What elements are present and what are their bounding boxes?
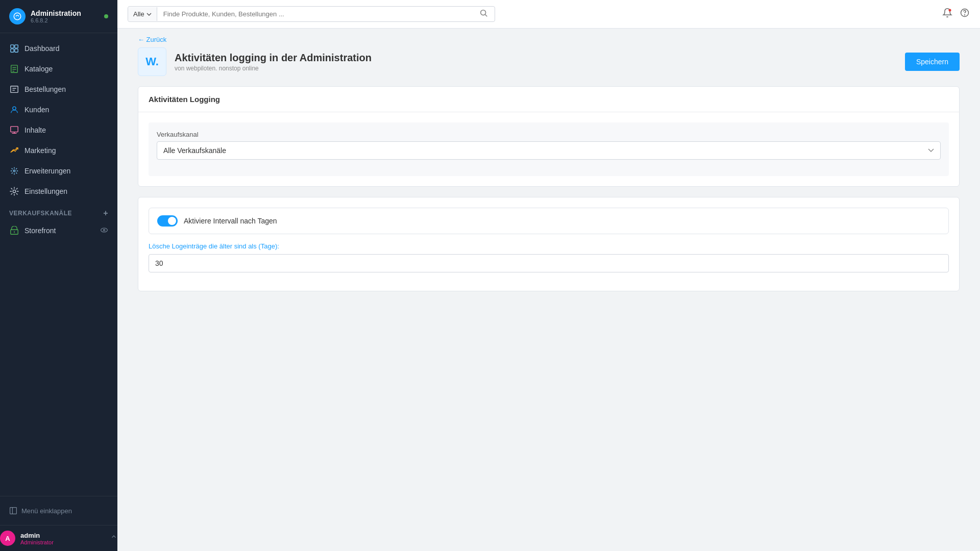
interval-toggle[interactable]: [157, 215, 178, 227]
verkaufskanal-group: Verkaufskanal Alle Verkaufskanäle: [157, 131, 941, 160]
svg-marker-16: [11, 148, 18, 153]
collapse-label: Menü einklappen: [21, 507, 72, 515]
notifications-button[interactable]: [942, 8, 952, 20]
add-verkaufskanal-button[interactable]: +: [103, 209, 108, 218]
delete-label: Lösche Logeinträge die älter sind als (T…: [149, 242, 949, 250]
svg-point-31: [965, 15, 965, 15]
svg-rect-1: [11, 45, 14, 48]
svg-point-12: [13, 107, 16, 110]
avatar: A: [0, 531, 15, 546]
breadcrumb[interactable]: ← Zurück: [117, 29, 980, 47]
search-dropdown-chevron-icon: [146, 13, 152, 16]
svg-point-23: [101, 228, 108, 232]
verkaufskanaele-label: Verkaufskanäle: [9, 210, 72, 217]
interval-card: Aktiviere Intervall nach Tagen Lösche Lo…: [138, 197, 960, 291]
verkaufskanal-select[interactable]: Alle Verkaufskanäle: [157, 141, 941, 160]
verkaufskanaele-section-header: Verkaufskanäle +: [0, 202, 117, 221]
marketing-icon: [9, 145, 19, 156]
interval-card-body: Aktiviere Intervall nach Tagen Lösche Lo…: [138, 197, 959, 291]
plugin-info: W. Aktivitäten logging in der Administra…: [138, 47, 372, 76]
svg-point-24: [103, 229, 105, 231]
sidebar-item-marketing[interactable]: Marketing: [0, 140, 117, 161]
settings-icon: [9, 186, 19, 196]
collapse-menu-button[interactable]: Menü einklappen: [9, 504, 108, 518]
topbar-actions: [942, 8, 970, 20]
verkaufskanal-label: Verkaufskanal: [157, 131, 941, 138]
save-button[interactable]: Speichern: [905, 53, 960, 71]
extensions-icon: [9, 166, 19, 176]
sidebar-item-label: Kataloge: [24, 65, 53, 73]
storefront-label: Storefront: [24, 227, 56, 235]
search-category-select[interactable]: Alle: [128, 7, 157, 21]
app-name: Administration: [31, 9, 81, 17]
svg-rect-3: [11, 49, 14, 52]
toggle-row: Aktiviere Intervall nach Tagen: [149, 208, 949, 234]
sidebar-item-dashboard[interactable]: Dashboard: [0, 38, 117, 59]
storefront-icon: [9, 226, 19, 236]
svg-point-27: [481, 10, 486, 15]
user-profile[interactable]: A admin Administrator: [0, 525, 127, 551]
content-area: ← Zurück W. Aktivitäten logging in der A…: [117, 29, 980, 551]
sidebar-footer: Menü einklappen: [0, 496, 117, 525]
sidebar-item-erweiterungen[interactable]: Erweiterungen: [0, 161, 117, 181]
sidebar-item-label: Inhalte: [24, 126, 46, 134]
sidebar-item-einstellungen[interactable]: Einstellungen: [0, 181, 117, 202]
page-header: W. Aktivitäten logging in der Administra…: [117, 47, 980, 86]
catalog-icon: [9, 64, 19, 74]
svg-rect-2: [15, 45, 18, 48]
plugin-author: von webpiloten. nonstop online: [175, 65, 372, 72]
plugin-logo: W.: [138, 47, 166, 76]
svg-rect-9: [11, 86, 18, 93]
days-input[interactable]: [149, 254, 949, 272]
sidebar-item-bestellungen[interactable]: Bestellungen: [0, 79, 117, 99]
sidebar-item-kataloge[interactable]: Kataloge: [0, 59, 117, 79]
online-indicator: [104, 14, 108, 18]
plugin-text: Aktivitäten logging in der Administratio…: [175, 52, 372, 72]
svg-point-19: [13, 170, 15, 172]
search-input[interactable]: [157, 7, 473, 21]
sidebar-item-storefront[interactable]: Storefront: [0, 221, 117, 240]
sidebar-item-label: Einstellungen: [24, 187, 67, 195]
storefront-item-left: Storefront: [9, 226, 56, 236]
storefront-visibility-icon[interactable]: [100, 226, 108, 236]
main-content: Alle ← Zurück W.: [117, 0, 980, 551]
back-link[interactable]: ← Zurück: [138, 36, 166, 43]
plugin-title: Aktivitäten logging in der Administratio…: [175, 52, 372, 64]
sidebar-item-label: Kunden: [24, 106, 49, 114]
search-wrapper: Alle: [128, 6, 495, 22]
app-version: 6.6.8.2: [31, 17, 81, 23]
card-title: Aktivitäten Logging: [149, 95, 949, 104]
svg-point-29: [949, 9, 951, 12]
card-body: Verkaufskanal Alle Verkaufskanäle: [138, 112, 959, 186]
search-button[interactable]: [473, 9, 495, 20]
topbar: Alle: [117, 0, 980, 29]
sidebar-item-kunden[interactable]: Kunden: [0, 99, 117, 120]
user-name: admin: [20, 532, 105, 539]
app-logo: [9, 8, 26, 24]
app-info: Administration 6.6.8.2: [31, 9, 81, 23]
toggle-label: Aktiviere Intervall nach Tagen: [184, 217, 277, 225]
sidebar-item-label: Dashboard: [24, 44, 60, 53]
sidebar-item-inhalte[interactable]: Inhalte: [0, 120, 117, 140]
toggle-slider: [157, 215, 178, 227]
sidebar: Administration 6.6.8.2 Dashboard Katalog…: [0, 0, 117, 551]
sidebar-item-label: Erweiterungen: [24, 167, 70, 175]
search-category-label: Alle: [133, 10, 144, 18]
svg-rect-25: [10, 508, 17, 514]
svg-point-20: [13, 190, 15, 192]
sidebar-item-label: Bestellungen: [24, 85, 66, 93]
orders-icon: [9, 84, 19, 94]
svg-rect-4: [15, 49, 18, 52]
sidebar-item-label: Marketing: [24, 146, 56, 155]
customers-icon: [9, 105, 19, 115]
days-group: Lösche Logeinträge die älter sind als (T…: [149, 242, 949, 272]
help-button[interactable]: [960, 8, 970, 20]
contents-icon: [9, 125, 19, 135]
sidebar-nav: Dashboard Kataloge Bestellungen Kunden: [0, 33, 117, 496]
user-chevron-icon: [110, 535, 117, 542]
aktivitaeten-logging-card: Aktivitäten Logging Verkaufskanal Alle V…: [138, 86, 960, 187]
svg-line-28: [485, 14, 487, 16]
sidebar-header: Administration 6.6.8.2: [0, 0, 117, 33]
svg-rect-13: [11, 127, 18, 132]
card-header: Aktivitäten Logging: [138, 87, 959, 112]
